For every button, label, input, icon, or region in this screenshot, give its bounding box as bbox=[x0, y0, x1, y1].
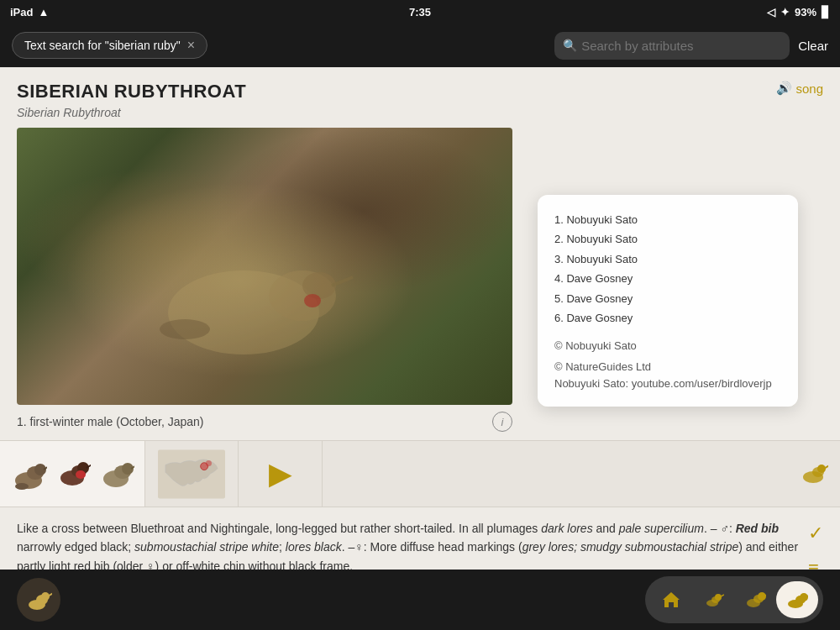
home-icon bbox=[660, 589, 682, 611]
link-text: Nobuyuki Sato: youtube.com/user/birdlove… bbox=[554, 377, 772, 390]
svg-point-3 bbox=[160, 319, 210, 339]
carrier-label: iPad bbox=[10, 6, 33, 18]
thumb-bird-1[interactable] bbox=[8, 449, 49, 499]
svg-point-12 bbox=[76, 470, 86, 479]
bird-name-sub: Siberian Rubythroat bbox=[17, 106, 823, 119]
search-attributes-input[interactable] bbox=[554, 32, 790, 60]
bird-thumbnails-group[interactable] bbox=[0, 441, 145, 507]
info-popup: 1. Nobuyuki Sato 2. Nobuyuki Sato 3. Nob… bbox=[538, 195, 798, 407]
credit-3: 3. Nobuyuki Sato bbox=[554, 249, 781, 269]
copyright-text: © Nobuyuki Sato bbox=[554, 339, 781, 352]
search-icon: 🔍 bbox=[563, 39, 577, 52]
search-input-container: 🔍 bbox=[554, 32, 790, 60]
map-thumb[interactable] bbox=[154, 449, 229, 499]
map-icon bbox=[158, 447, 225, 501]
tag-close-icon[interactable]: × bbox=[187, 38, 195, 53]
image-section: 1. Nobuyuki Sato 2. Nobuyuki Sato 3. Nob… bbox=[17, 128, 823, 440]
location-icon: ◁ bbox=[767, 6, 775, 18]
nav-medium-bird-item[interactable] bbox=[734, 581, 776, 618]
bottom-nav bbox=[0, 570, 840, 630]
medium-bird-icon bbox=[744, 589, 766, 611]
thumb-bird-2[interactable] bbox=[52, 449, 92, 499]
credit-4: 4. Dave Gosney bbox=[554, 269, 781, 288]
bird-silhouette bbox=[118, 212, 370, 380]
thumb-spacer bbox=[323, 441, 798, 507]
nav-bird-button[interactable] bbox=[17, 578, 60, 622]
bird-list-svg-icon bbox=[798, 459, 828, 489]
song-icon: 🔊 bbox=[776, 81, 792, 96]
nav-small-bird-item[interactable] bbox=[692, 581, 734, 618]
video-icon: ▶ bbox=[269, 456, 292, 491]
svg-point-2 bbox=[302, 272, 336, 299]
credit-6: 6. Dave Gosney bbox=[554, 308, 781, 328]
bird-name-main: SIBERIAN RUBYTHROAT bbox=[17, 81, 246, 102]
video-thumb[interactable]: ▶ bbox=[259, 446, 302, 501]
nav-center-pill bbox=[645, 576, 823, 623]
image-caption: 1. first-winter male (October, Japan) bbox=[17, 415, 204, 428]
info-icon[interactable]: i bbox=[492, 412, 512, 432]
small-bird-icon bbox=[702, 589, 724, 611]
battery-icon: ▊ bbox=[822, 6, 830, 18]
video-thumbnail-group[interactable]: ▶ bbox=[239, 441, 323, 507]
clear-button[interactable]: Clear bbox=[798, 39, 828, 53]
nav-home-item[interactable] bbox=[650, 581, 692, 618]
source-text: © NatureGuides Ltd Nobuyuki Sato: youtub… bbox=[554, 359, 781, 391]
svg-point-8 bbox=[15, 483, 29, 490]
thumb-bird-3[interactable] bbox=[96, 449, 136, 499]
svg-point-18 bbox=[206, 460, 212, 466]
thumb-bird-2-icon bbox=[54, 451, 91, 497]
wifi-icon: ▲ bbox=[38, 6, 49, 18]
active-bird-icon bbox=[786, 589, 808, 611]
bird-title-area: SIBERIAN RUBYTHROAT 🔊 song bbox=[17, 81, 823, 102]
status-right: ◁ ✦ 93% ▊ bbox=[767, 6, 830, 18]
main-content: SIBERIAN RUBYTHROAT 🔊 song Siberian Ruby… bbox=[0, 67, 840, 440]
thumb-bird-3-icon bbox=[97, 451, 134, 497]
status-left: iPad ▲ bbox=[10, 6, 49, 18]
map-thumbnail-group[interactable] bbox=[145, 441, 239, 507]
check-icon[interactable]: ✓ bbox=[808, 522, 823, 544]
tag-text: Text search for "siberian ruby" bbox=[24, 39, 181, 52]
credit-5: 5. Dave Gosney bbox=[554, 289, 781, 308]
nav-bird-icon bbox=[25, 586, 52, 613]
search-input-wrapper: 🔍 Clear bbox=[218, 32, 828, 60]
battery-label: 93% bbox=[795, 6, 816, 18]
bird-image[interactable] bbox=[17, 128, 512, 405]
svg-point-4 bbox=[304, 294, 321, 307]
credits-list: 1. Nobuyuki Sato 2. Nobuyuki Sato 3. Nob… bbox=[554, 210, 781, 328]
credit-2: 2. Nobuyuki Sato bbox=[554, 229, 781, 249]
song-button[interactable]: 🔊 song bbox=[776, 81, 823, 96]
thumb-bird-1-icon bbox=[10, 451, 47, 497]
search-bar: Text search for "siberian ruby" × 🔍 Clea… bbox=[0, 24, 840, 67]
image-caption-area: 1. first-winter male (October, Japan) i bbox=[17, 405, 512, 440]
thumbnails-row: ▶ bbox=[0, 440, 840, 507]
description-text: Like a cross between Bluethroat and Nigh… bbox=[17, 519, 800, 575]
bird-list-icon[interactable] bbox=[798, 441, 840, 507]
credit-1: 1. Nobuyuki Sato bbox=[554, 210, 781, 229]
image-container: 1. Nobuyuki Sato 2. Nobuyuki Sato 3. Nob… bbox=[17, 128, 512, 405]
status-time: 7:35 bbox=[409, 6, 431, 18]
nav-active-bird-item[interactable] bbox=[776, 581, 818, 618]
text-search-tag[interactable]: Text search for "siberian ruby" × bbox=[12, 32, 207, 59]
song-label: song bbox=[795, 81, 823, 96]
status-bar: iPad ▲ 7:35 ◁ ✦ 93% ▊ bbox=[0, 0, 840, 24]
bluetooth-icon: ✦ bbox=[780, 6, 790, 18]
